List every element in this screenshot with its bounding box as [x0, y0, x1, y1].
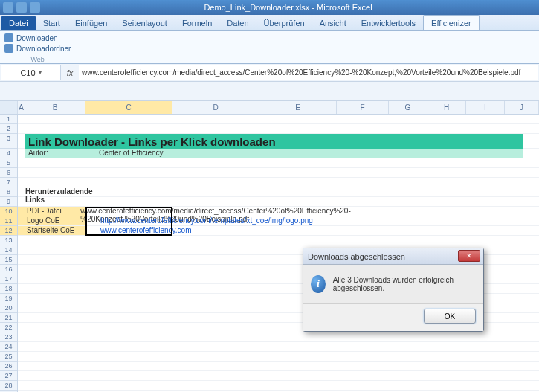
col-I[interactable]: I: [466, 101, 505, 114]
row-header-24[interactable]: 24: [0, 342, 17, 352]
fx-icon[interactable]: fx: [62, 64, 77, 81]
row-header-9[interactable]: 9: [0, 197, 17, 207]
row-header-8[interactable]: 8: [0, 187, 17, 197]
col-E[interactable]: E: [259, 101, 337, 114]
link-url-2: http://www.centerofefficiency.com/templa…: [85, 216, 313, 226]
dialog-ok-button[interactable]: OK: [424, 309, 476, 324]
link-url-1: www.centerofefficiency.com/media/direct_…: [65, 207, 370, 216]
col-G[interactable]: G: [389, 101, 427, 114]
window-titlebar: Demo_Link_Downloader.xlsx - Microsoft Ex…: [0, 0, 539, 15]
qat-dropdown-icon[interactable]: [30, 2, 40, 13]
tab-file[interactable]: Datei: [1, 16, 36, 30]
folder-icon: [4, 44, 13, 53]
link-name-3: Startseite CoE: [25, 226, 85, 236]
row-header-4[interactable]: 4: [0, 149, 17, 158]
row-header-21[interactable]: 21: [0, 313, 17, 323]
dialog-titlebar[interactable]: Downloads abgeschlossen ✕: [303, 248, 483, 265]
col-C[interactable]: C: [85, 101, 172, 114]
tab-seitenlayout[interactable]: Seitenlayout: [114, 16, 175, 30]
save-icon[interactable]: [16, 2, 27, 13]
row-header-17[interactable]: 17: [0, 274, 17, 284]
row-header-23[interactable]: 23: [0, 332, 17, 342]
link-row-3[interactable]: Startseite CoE www.centerofefficiency.co…: [25, 226, 191, 236]
tab-ansicht[interactable]: Ansicht: [312, 16, 354, 30]
row-header-14[interactable]: 14: [0, 245, 17, 255]
ribbon-group-web: Downloaden Downloadordner Web: [4, 33, 71, 61]
formula-bar-spacer: [0, 82, 539, 101]
name-box-value: C10: [20, 68, 35, 77]
tab-start[interactable]: Start: [36, 16, 68, 30]
title-row: Link Downloader - Links per Klick downlo…: [25, 134, 523, 149]
author-value: Center of Efficiency: [85, 149, 164, 158]
col-D[interactable]: D: [172, 101, 259, 114]
dialog-body: i Alle 3 Downloads wurden erfolgreich ab…: [303, 265, 483, 303]
tab-efficienizer[interactable]: Efficienizer: [423, 15, 480, 30]
link-row-2[interactable]: Logo CoE http://www.centerofefficiency.c…: [25, 216, 313, 226]
col-F[interactable]: F: [337, 101, 389, 114]
author-row: Autor: Center of Efficiency: [25, 149, 523, 158]
ribbon-tabs: Datei Start Einfügen Seitenlayout Formel…: [0, 15, 539, 31]
ribbon-downloadordner[interactable]: Downloadordner: [4, 44, 71, 53]
row-header-26[interactable]: 26: [0, 362, 17, 371]
dialog-message: Alle 3 Downloads wurden erfolgreich abge…: [333, 276, 476, 292]
spreadsheet-grid: A B C D E F G H I J 12345678910111213141…: [0, 101, 539, 392]
row-header-28[interactable]: 28: [0, 381, 17, 391]
row-header-27[interactable]: 27: [0, 371, 17, 381]
row-header-25[interactable]: 25: [0, 352, 17, 362]
chevron-down-icon[interactable]: ▾: [39, 69, 42, 76]
tab-entwicklertools[interactable]: Entwicklertools: [354, 16, 423, 30]
tab-ueberpruefen[interactable]: Überprüfen: [256, 16, 312, 30]
row-header-5[interactable]: 5: [0, 158, 17, 168]
excel-icon: [3, 2, 13, 13]
info-icon: i: [311, 275, 326, 293]
dialog-close-button[interactable]: ✕: [458, 250, 480, 262]
col-J[interactable]: J: [505, 101, 539, 114]
title-text: Link Downloader - Links per Klick downlo…: [28, 135, 276, 148]
row-header-3[interactable]: 3: [0, 134, 17, 149]
tab-formeln[interactable]: Formeln: [175, 16, 219, 30]
row-header-16[interactable]: 16: [0, 265, 17, 274]
ribbon-group-label: Web: [4, 56, 71, 63]
row-header-20[interactable]: 20: [0, 303, 17, 313]
row-header-15[interactable]: 15: [0, 255, 17, 265]
link-row-1[interactable]: PDF-Datei www.centerofefficiency.com/med…: [25, 207, 371, 216]
ribbon-downloadordner-label: Downloadordner: [16, 45, 71, 53]
tab-einfuegen[interactable]: Einfügen: [68, 16, 114, 30]
link-url-3: www.centerofefficiency.com: [85, 226, 191, 236]
row-header-6[interactable]: 6: [0, 168, 17, 178]
name-box[interactable]: C10 ▾: [1, 65, 61, 80]
link-name-1: PDF-Datei: [25, 207, 65, 216]
col-B[interactable]: B: [25, 101, 85, 114]
dialog-title-text: Downloads abgeschlossen: [308, 252, 405, 261]
formula-input[interactable]: www.centerofefficiency.com/media/direct_…: [79, 65, 538, 80]
ribbon-body: Downloaden Downloadordner Web: [0, 31, 539, 64]
download-icon: [4, 33, 13, 42]
row-header-1[interactable]: 1: [0, 115, 17, 124]
ribbon-downloaden-label: Downloaden: [16, 34, 58, 42]
select-all-corner[interactable]: [0, 101, 18, 114]
tab-daten[interactable]: Daten: [219, 16, 256, 30]
author-label: Autor:: [25, 149, 85, 158]
row-header-12[interactable]: 12: [0, 226, 17, 236]
row-header-11[interactable]: 11: [0, 216, 17, 226]
column-headers: A B C D E F G H I J: [0, 101, 539, 115]
row-header-10[interactable]: 10: [0, 207, 17, 216]
formula-bar: C10 ▾ fx www.centerofefficiency.com/medi…: [0, 64, 539, 82]
link-name-2: Logo CoE: [25, 216, 85, 226]
col-A[interactable]: A: [18, 101, 25, 114]
dialog-footer: OK: [303, 303, 483, 331]
row-header-13[interactable]: 13: [0, 236, 17, 245]
row-header-22[interactable]: 22: [0, 323, 17, 332]
row-header-18[interactable]: 18: [0, 284, 17, 294]
row-header-2[interactable]: 2: [0, 124, 17, 134]
row-header-19[interactable]: 19: [0, 294, 17, 303]
ribbon-downloaden[interactable]: Downloaden: [4, 33, 71, 42]
row-header-7[interactable]: 7: [0, 178, 17, 187]
section-heading: Herunterzuladende Links: [25, 187, 93, 204]
quick-access-toolbar: [3, 2, 40, 13]
document-title: Demo_Link_Downloader.xlsx - Microsoft Ex…: [40, 3, 536, 12]
col-H[interactable]: H: [427, 101, 466, 114]
row-headers: 1234567891011121314151617181920212223242…: [0, 115, 18, 392]
dialog-downloads-complete: Downloads abgeschlossen ✕ i Alle 3 Downl…: [303, 248, 484, 332]
